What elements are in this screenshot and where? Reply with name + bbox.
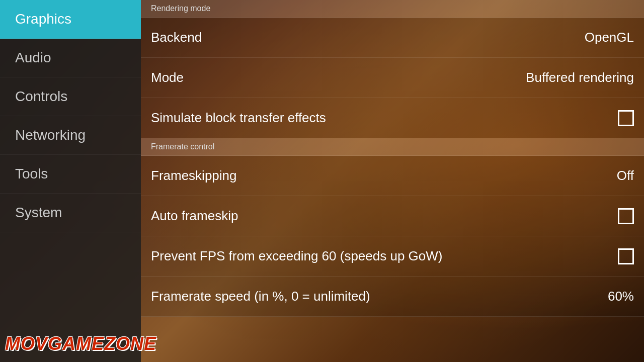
sidebar: Graphics Audio Controls Networking Tools… (0, 0, 141, 362)
sidebar-item-controls[interactable]: Controls (0, 77, 141, 116)
frameskipping-value: Off (617, 168, 634, 184)
section-header-framerate: Framerate control (141, 138, 644, 156)
backend-value: OpenGL (585, 30, 634, 45)
sidebar-label-networking: Networking (15, 127, 86, 143)
setting-framerate-speed[interactable]: Framerate speed (in %, 0 = unlimited) 60… (141, 277, 644, 317)
setting-auto-frameskip[interactable]: Auto frameskip (141, 196, 644, 236)
sidebar-item-graphics[interactable]: Graphics (0, 0, 141, 39)
setting-frameskipping[interactable]: Frameskipping Off (141, 156, 644, 196)
sidebar-label-tools: Tools (15, 166, 48, 182)
framerate-speed-label: Framerate speed (in %, 0 = unlimited) (151, 289, 370, 304)
movgamezone-text: MOVGAMEZONE (5, 333, 156, 354)
sidebar-label-audio: Audio (15, 50, 51, 65)
auto-frameskip-checkbox[interactable] (618, 208, 634, 224)
prevent-fps-checkbox[interactable] (618, 248, 634, 264)
sidebar-item-networking[interactable]: Networking (0, 116, 141, 155)
sidebar-item-tools[interactable]: Tools (0, 155, 141, 194)
setting-backend[interactable]: Backend OpenGL (141, 18, 644, 58)
sidebar-label-system: System (15, 205, 62, 220)
prevent-fps-label: Prevent FPS from exceeding 60 (speeds up… (151, 248, 443, 264)
setting-simulate-block[interactable]: Simulate block transfer effects (141, 98, 644, 138)
sidebar-item-system[interactable]: System (0, 194, 141, 232)
setting-prevent-fps[interactable]: Prevent FPS from exceeding 60 (speeds up… (141, 236, 644, 277)
main-content: Rendering mode Backend OpenGL Mode Buffe… (141, 0, 644, 362)
framerate-speed-value: 60% (608, 289, 634, 304)
sidebar-label-graphics: Graphics (15, 11, 71, 27)
sidebar-label-controls: Controls (15, 88, 67, 104)
mode-value: Buffered rendering (526, 70, 634, 85)
sidebar-item-audio[interactable]: Audio (0, 39, 141, 77)
setting-mode[interactable]: Mode Buffered rendering (141, 58, 644, 98)
frameskipping-label: Frameskipping (151, 168, 237, 184)
auto-frameskip-label: Auto frameskip (151, 208, 238, 224)
backend-label: Backend (151, 30, 202, 45)
simulate-block-label: Simulate block transfer effects (151, 110, 326, 126)
section-header-rendering: Rendering mode (141, 0, 644, 18)
mode-label: Mode (151, 70, 184, 85)
simulate-block-checkbox[interactable] (618, 110, 634, 126)
